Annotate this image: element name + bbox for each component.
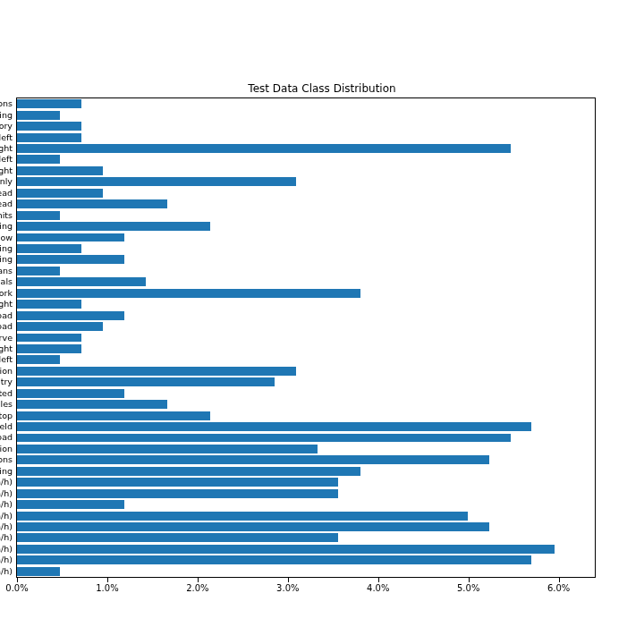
y-tick-label: Speed limit (30km/h) xyxy=(0,556,17,565)
bar xyxy=(17,99,81,108)
x-tick-label: 4.0% xyxy=(367,577,389,593)
y-tick-label: Priority road xyxy=(0,434,17,443)
x-tick-label: 3.0% xyxy=(276,577,299,593)
y-tick-label: Keep right xyxy=(0,144,17,153)
chart-figure: Test Data Class Distribution Speed limit… xyxy=(0,0,644,644)
x-tick-label: 2.0% xyxy=(186,577,208,593)
bar xyxy=(17,289,360,298)
y-tick-label: Speed limit (70km/h) xyxy=(0,522,17,531)
plot-area: Speed limit (20km/h)Speed limit (30km/h)… xyxy=(16,97,596,578)
x-tick-label: 1.0% xyxy=(96,577,118,593)
bar xyxy=(17,367,296,376)
bar xyxy=(17,122,81,131)
bar xyxy=(17,255,124,264)
y-tick-label: Wild animals crossing xyxy=(0,222,17,231)
y-tick-label: Speed limit (50km/h) xyxy=(0,545,17,554)
bar xyxy=(17,512,468,521)
y-tick-label: Road narrows on the right xyxy=(0,300,17,309)
bar xyxy=(17,567,60,576)
bar xyxy=(17,500,124,509)
y-tick-label: Bicycles crossing xyxy=(0,244,17,253)
y-tick-label: General caution xyxy=(0,367,17,376)
bar xyxy=(17,467,360,476)
bar xyxy=(17,111,60,120)
bar xyxy=(17,455,489,464)
y-tick-label: Speed limit (80km/h) xyxy=(0,512,17,521)
y-tick-label: Bumpy road xyxy=(0,322,17,331)
y-tick-label: Turn left ahead xyxy=(0,189,17,198)
bar xyxy=(17,522,489,531)
y-tick-label: No passing for vehicles over 3.5 metric … xyxy=(0,456,17,465)
bar xyxy=(17,189,103,198)
bar xyxy=(17,334,81,343)
bar xyxy=(17,400,167,409)
x-tick-label: 5.0% xyxy=(457,577,479,593)
bar xyxy=(17,133,81,142)
y-tick-label: Speed limit (60km/h) xyxy=(0,534,17,543)
bar xyxy=(17,533,338,542)
y-tick-label: No passing xyxy=(0,467,17,476)
bar xyxy=(17,422,531,431)
bar xyxy=(17,277,146,286)
y-tick-label: End of no passing by vehicles over 3.5 m… xyxy=(0,99,17,108)
y-tick-label: Ahead only xyxy=(0,178,17,187)
bar xyxy=(17,434,511,443)
y-tick-label: Speed limit (120km/h) xyxy=(0,478,17,487)
y-tick-label: Right-of-way at the next intersection xyxy=(0,445,17,453)
y-tick-label: Dangerous curve to the left xyxy=(0,356,17,365)
bar xyxy=(17,489,338,498)
bars-layer xyxy=(17,98,595,577)
y-tick-label: Keep left xyxy=(0,133,17,142)
chart-title: Test Data Class Distribution xyxy=(0,82,644,95)
bar xyxy=(17,199,167,208)
y-tick-label: Turn right ahead xyxy=(0,199,17,208)
bar xyxy=(17,233,124,242)
y-tick-label: Speed limit (100km/h) xyxy=(0,489,17,498)
y-tick-label: Go straight or right xyxy=(0,166,17,175)
x-tick-label: 0.0% xyxy=(5,577,28,593)
x-tick-label: 6.0% xyxy=(547,577,570,593)
bar xyxy=(17,311,124,320)
bar xyxy=(17,300,81,309)
y-tick-label: End of all speed and passing limits xyxy=(0,211,17,220)
bar xyxy=(17,355,60,364)
bar xyxy=(17,211,60,220)
y-tick-label: No vehicles xyxy=(0,400,17,409)
y-tick-label: Vehicles over 3.5 metric tons prohibited xyxy=(0,389,17,398)
bar xyxy=(17,344,81,353)
y-tick-label: End of speed limit (80km/h) xyxy=(0,500,17,509)
bar xyxy=(17,267,60,275)
bar xyxy=(17,377,275,386)
bar xyxy=(17,389,124,398)
bar xyxy=(17,144,511,153)
y-tick-label: Pedestrians xyxy=(0,267,17,275)
bar xyxy=(17,222,210,231)
y-tick-label: No entry xyxy=(0,378,17,387)
bar xyxy=(17,155,60,164)
bar xyxy=(17,478,338,487)
bar xyxy=(17,555,531,564)
y-tick-label: Dangerous curve to the right xyxy=(0,344,17,353)
bar xyxy=(17,177,296,186)
y-tick-label: End of no passing xyxy=(0,111,17,120)
bar xyxy=(17,166,103,175)
y-tick-label: Children crossing xyxy=(0,256,17,265)
y-tick-label: Stop xyxy=(0,411,17,420)
y-tick-label: Yield xyxy=(0,422,17,431)
bar xyxy=(17,322,103,331)
bar xyxy=(17,411,210,420)
bar xyxy=(17,545,555,554)
y-tick-label: Traffic signals xyxy=(0,278,17,287)
y-tick-label: Speed limit (20km/h) xyxy=(0,567,17,576)
y-tick-label: Roundabout mandatory xyxy=(0,122,17,131)
y-tick-label: Double curve xyxy=(0,334,17,343)
bar xyxy=(17,445,318,453)
y-tick-label: Road work xyxy=(0,289,17,298)
y-tick-label: Go straight or left xyxy=(0,156,17,165)
bar xyxy=(17,244,81,253)
y-tick-label: Beware of ice/snow xyxy=(0,233,17,242)
y-tick-label: Slippery road xyxy=(0,311,17,320)
